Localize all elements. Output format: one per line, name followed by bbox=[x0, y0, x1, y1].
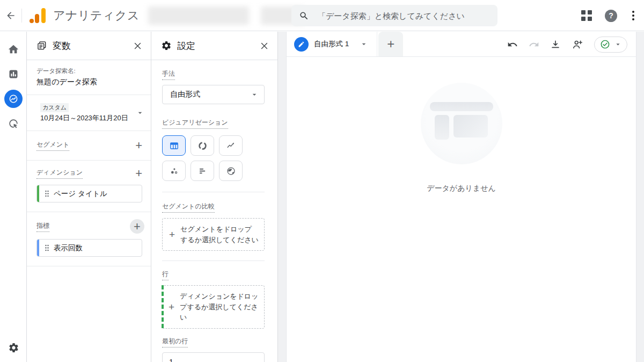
empty-state: データがありません bbox=[287, 83, 636, 193]
section-divider bbox=[162, 192, 265, 192]
edit-pencil-icon bbox=[294, 37, 309, 52]
nav-reports-icon[interactable] bbox=[0, 62, 27, 86]
date-range-value: 10月24日～2023年11月20日 bbox=[40, 113, 142, 123]
exploration-name-label: データ探索名: bbox=[36, 67, 142, 75]
segment-drop-zone[interactable]: + セグメントをドロップするか選択してください bbox=[162, 218, 265, 251]
variables-panel: 変数 データ探索名: 無題のデータ探索 カスタム 10月24日～2023年11月… bbox=[27, 32, 151, 362]
search-icon bbox=[299, 11, 309, 21]
topbar-divider bbox=[21, 9, 22, 23]
technique-value: 自由形式 bbox=[170, 90, 200, 99]
account-selector-redacted[interactable] bbox=[148, 6, 249, 25]
section-divider bbox=[162, 260, 265, 261]
variables-close-icon[interactable] bbox=[133, 41, 142, 50]
drag-handle-icon[interactable] bbox=[45, 190, 49, 197]
first-row-input[interactable] bbox=[162, 352, 265, 362]
chevron-down-icon bbox=[136, 108, 144, 119]
nav-advertising-icon[interactable] bbox=[0, 111, 27, 136]
add-segment-button[interactable]: + bbox=[135, 140, 142, 151]
exploration-canvas: 自由形式 1 + bbox=[286, 32, 636, 362]
check-circle-icon bbox=[600, 39, 610, 49]
settings-panel-title: 設定 bbox=[177, 40, 195, 52]
undo-icon[interactable] bbox=[507, 39, 518, 50]
viz-line-chart-icon[interactable] bbox=[219, 135, 243, 156]
tab-settings-panel: 設定 手法 自由形式 ビジュアリゼーション bbox=[151, 32, 278, 362]
segments-label: セグメント bbox=[36, 140, 69, 151]
dimensions-section: ディメンション + ページ タイトル bbox=[27, 161, 151, 212]
nav-explore-icon[interactable] bbox=[0, 86, 27, 111]
tab-label: 自由形式 1 bbox=[314, 39, 349, 49]
variables-panel-title: 変数 bbox=[53, 40, 71, 52]
download-icon[interactable] bbox=[550, 39, 561, 50]
viz-scatter-plot-icon[interactable] bbox=[162, 161, 186, 181]
dimension-chip-label: ページ タイトル bbox=[54, 189, 107, 199]
admin-gear-icon[interactable] bbox=[0, 342, 27, 353]
visualization-label: ビジュアリゼーション bbox=[162, 118, 228, 129]
back-arrow-icon[interactable] bbox=[0, 5, 21, 26]
plus-icon: + bbox=[169, 302, 174, 312]
more-menu-icon[interactable] bbox=[630, 9, 636, 23]
add-metric-button[interactable]: + bbox=[130, 219, 144, 234]
analytics-logo-icon bbox=[30, 8, 46, 23]
technique-label: 手法 bbox=[162, 69, 175, 80]
chevron-down-icon bbox=[614, 40, 622, 48]
canvas-tab-strip: 自由形式 1 + bbox=[287, 32, 636, 57]
ga-apps-grid-icon[interactable] bbox=[581, 10, 592, 21]
left-nav-rail bbox=[0, 32, 27, 362]
segment-comparison-label: セグメントの比較 bbox=[162, 202, 215, 213]
dimensions-label: ディメンション bbox=[36, 168, 83, 179]
metric-chip-label: 表示回数 bbox=[54, 243, 83, 253]
first-row-label: 最初の行 bbox=[162, 337, 188, 347]
variables-icon bbox=[36, 40, 47, 51]
dimension-chip[interactable]: ページ タイトル bbox=[36, 185, 142, 202]
search-input[interactable] bbox=[318, 11, 490, 20]
chevron-down-icon[interactable] bbox=[360, 40, 368, 48]
rows-label: 行 bbox=[162, 270, 169, 280]
date-range-type-badge: カスタム bbox=[40, 103, 69, 112]
dimension-color-bar bbox=[37, 185, 39, 202]
plus-icon: + bbox=[169, 229, 175, 240]
metrics-label: 指標 bbox=[36, 221, 49, 232]
no-data-message: データがありません bbox=[427, 184, 496, 193]
settings-close-icon[interactable] bbox=[260, 41, 269, 50]
drag-handle-icon[interactable] bbox=[45, 244, 49, 251]
settings-icon bbox=[161, 40, 172, 51]
exploration-name-value[interactable]: 無題のデータ探索 bbox=[36, 77, 142, 87]
viz-table-icon[interactable] bbox=[162, 135, 186, 156]
rows-drop-zone[interactable]: + ディメンションをドロップするか選択してください bbox=[162, 285, 265, 329]
redo-icon[interactable] bbox=[529, 39, 539, 50]
viz-donut-chart-icon[interactable] bbox=[191, 135, 214, 156]
help-icon[interactable]: ? bbox=[605, 10, 617, 22]
add-tab-button[interactable]: + bbox=[378, 32, 403, 56]
segment-drop-hint: セグメントをドロップするか選択してください bbox=[180, 224, 259, 245]
chevron-down-icon bbox=[250, 90, 259, 99]
data-quality-status-button[interactable] bbox=[594, 37, 627, 53]
empty-table-illustration bbox=[421, 83, 502, 164]
viz-bar-chart-icon[interactable] bbox=[191, 161, 214, 181]
exploration-name-section[interactable]: データ探索名: 無題のデータ探索 bbox=[27, 60, 151, 95]
canvas-toolbar bbox=[507, 32, 627, 57]
viz-geo-map-icon[interactable] bbox=[219, 161, 243, 181]
tab-freeform-1[interactable]: 自由形式 1 bbox=[287, 32, 377, 56]
date-range-selector[interactable]: カスタム 10月24日～2023年11月20日 bbox=[27, 95, 151, 131]
explore-active-indicator bbox=[4, 90, 23, 108]
metric-color-bar bbox=[37, 240, 39, 256]
exploration-canvas-area: 自由形式 1 + bbox=[278, 32, 644, 362]
rows-drop-hint: ディメンションをドロップするか選択してください bbox=[180, 291, 259, 323]
metrics-section: 指標 + 表示回数 bbox=[27, 212, 151, 266]
visualization-grid bbox=[162, 135, 265, 181]
app-title: アナリティクス bbox=[53, 8, 140, 24]
add-dimension-button[interactable]: + bbox=[135, 168, 142, 179]
nav-home-icon[interactable] bbox=[0, 37, 27, 62]
metric-chip[interactable]: 表示回数 bbox=[36, 239, 142, 257]
top-app-bar: アナリティクス ? bbox=[0, 0, 644, 31]
share-person-add-icon[interactable] bbox=[572, 39, 583, 50]
segments-section: セグメント + bbox=[27, 131, 151, 161]
search-bar[interactable] bbox=[291, 5, 497, 26]
technique-select[interactable]: 自由形式 bbox=[162, 85, 265, 104]
